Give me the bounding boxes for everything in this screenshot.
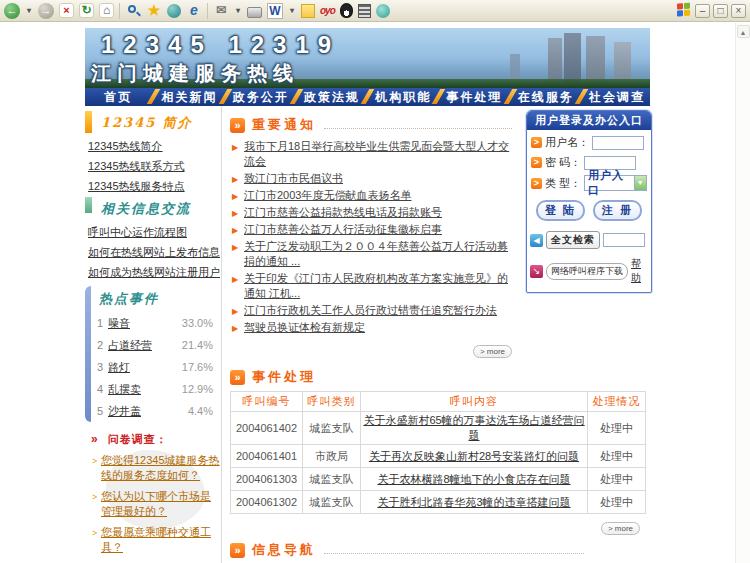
hot-event-link[interactable]: 沙井盖 xyxy=(108,400,141,422)
nav-item-events[interactable]: 事件处理 xyxy=(441,88,507,106)
sidebar-link-publish-info[interactable]: 如何在热线网站上发布信息 xyxy=(88,242,221,262)
network-call-download-button[interactable]: 网络呼叫程序下载 xyxy=(546,263,628,280)
notice-link[interactable]: ▶江门市2003年度无偿献血表扬名单 xyxy=(230,188,518,203)
nav-item-home[interactable]: 首页 xyxy=(85,88,151,106)
minimize-button[interactable]: – xyxy=(695,4,710,18)
survey-link-attitude[interactable]: > 您觉得12345城建服务热线的服务态度如何？ xyxy=(101,453,221,483)
hot-event-link[interactable]: 占道经营 xyxy=(108,334,152,356)
notice-link[interactable]: ▶我市下月18日举行高校毕业生供需见面会暨大型人才交流会 xyxy=(230,139,518,169)
nav-item-online-service[interactable]: 在线服务 xyxy=(513,88,579,106)
arrow-bullet-icon: > xyxy=(92,526,97,541)
dictionary-icon[interactable] xyxy=(358,4,371,18)
rank: 2 xyxy=(97,334,108,356)
notice-link[interactable]: ▶关于印发《江门市人民政府机构改革方案实施意见》的通知 江机... xyxy=(230,271,518,301)
notice-link[interactable]: ▶驾驶员换证体检有新规定 xyxy=(230,320,518,335)
nav-item-gov-affairs[interactable]: 政务公开 xyxy=(228,88,294,106)
back-dropdown-icon[interactable]: ▾ xyxy=(25,3,33,19)
triangle-bullet-icon: ▶ xyxy=(232,206,238,221)
username-input[interactable] xyxy=(592,136,644,150)
nav-item-functions[interactable]: 机构职能 xyxy=(370,88,436,106)
word-dropdown-icon[interactable]: ▾ xyxy=(288,3,296,19)
home-icon[interactable]: ⌂ xyxy=(99,3,114,18)
register-button[interactable]: 注 册 xyxy=(593,200,642,221)
stop-icon[interactable]: × xyxy=(59,3,74,18)
rank: 4 xyxy=(97,378,108,400)
events-more-button[interactable]: > more xyxy=(601,522,640,535)
vertical-scrollbar[interactable]: ▲ xyxy=(735,23,750,563)
nav-item-policies[interactable]: 政策法规 xyxy=(299,88,365,106)
notice-link[interactable]: ▶关于广泛发动职工为２００４年慈善公益万人行活动募捐的通知 ... xyxy=(230,239,518,269)
favorites-icon[interactable]: ★ xyxy=(146,3,162,19)
call-content-link[interactable]: 关于胜利北路春华苑3幢的违章搭建问题 xyxy=(377,496,570,508)
survey-title: » 问卷调查： xyxy=(91,432,221,447)
refresh-icon[interactable]: ↻ xyxy=(79,3,94,18)
notice-text: 关于广泛发动职工为２００４年慈善公益万人行活动募捐的通知 ... xyxy=(244,240,508,267)
close-button[interactable]: × xyxy=(731,4,746,18)
notice-link[interactable]: ▶江门市慈善公益捐款热线电话及捐款账号 xyxy=(230,205,518,220)
hot-event-row: 3 路灯 17.6% xyxy=(85,356,221,378)
password-row: > 密 码： xyxy=(527,150,651,170)
user-type-select[interactable]: 用户入口 ▼ xyxy=(584,175,647,191)
oyo-plugin-icon[interactable]: oyo xyxy=(320,3,335,19)
nav-item-survey[interactable]: 社会调查 xyxy=(584,88,650,106)
percentage: 17.6% xyxy=(182,356,221,378)
call-category: 城监支队 xyxy=(303,468,361,491)
sidebar-section-info-title: 相关信息交流 xyxy=(85,196,221,222)
notice-text: 江门市2003年度无偿献血表扬名单 xyxy=(244,189,411,201)
notes-icon[interactable] xyxy=(301,4,315,18)
call-status: 处理中 xyxy=(588,468,646,491)
city-skyline-decoration xyxy=(510,54,520,80)
triangle-bullet-icon: ▶ xyxy=(232,321,238,336)
windows-logo-icon xyxy=(677,2,692,18)
download-manager-icon[interactable] xyxy=(376,4,390,18)
infonav-title: 信息导航 xyxy=(252,541,316,559)
history-icon[interactable] xyxy=(167,4,181,18)
site-title: 江门城建服务热线 xyxy=(91,60,299,87)
sidebar-link-callcenter-flow[interactable]: 呼叫中心运作流程图 xyxy=(88,222,221,242)
col-call-content: 呼叫内容 xyxy=(361,392,588,412)
forward-icon[interactable]: → xyxy=(38,3,54,19)
notice-link[interactable]: ▶江门市行政机关工作人员行政过错责任追究暂行办法 xyxy=(230,303,518,318)
fulltext-search-button[interactable]: 全文检索 xyxy=(546,231,600,249)
col-call-category: 呼叫类别 xyxy=(303,392,361,412)
username-row: > 用户名： xyxy=(527,130,651,150)
notice-link[interactable]: ▶江门市慈善公益万人行活动征集徽标启事 xyxy=(230,222,518,237)
sidebar-link-hotline-features[interactable]: 12345热线服务特点 xyxy=(88,176,221,196)
hot-event-row: 4 乱摆卖 12.9% xyxy=(85,378,221,400)
survey-link-transport[interactable]: > 您最愿意乘哪种交通工具？ xyxy=(101,525,221,555)
back-icon[interactable]: ← xyxy=(4,3,20,19)
mail-icon[interactable]: ✉ xyxy=(213,3,229,19)
qq-messenger-icon[interactable] xyxy=(340,3,353,18)
login-button[interactable]: 登 陆 xyxy=(536,200,585,221)
survey-link-market[interactable]: > 您认为以下哪个市场是管理最好的？ xyxy=(101,489,221,519)
sidebar-link-register-user[interactable]: 如何成为热线网站注册用户 xyxy=(88,262,221,282)
main-navigation: 首页 相关新闻 政务公开 政策法规 机构职能 事件处理 在线服务 社会调查 xyxy=(85,88,650,106)
mail-dropdown-icon[interactable]: ▾ xyxy=(234,3,242,19)
sidebar: 12345 简介 12345热线简介 12345热线联系方式 12345热线服务… xyxy=(85,106,221,563)
help-link[interactable]: 帮助 xyxy=(631,257,648,285)
search-icon[interactable] xyxy=(125,3,141,19)
hot-event-link[interactable]: 乱摆卖 xyxy=(108,378,141,400)
word-edit-icon[interactable]: W xyxy=(267,3,283,19)
call-content-link[interactable]: 关于永盛新村65幢的万事达洗车场占道经营问题 xyxy=(363,414,584,441)
nav-item-news[interactable]: 相关新闻 xyxy=(156,88,222,106)
ie-icon[interactable]: e xyxy=(186,3,202,19)
site-banner-image[interactable]: 12345 12319 江门城建服务热线 xyxy=(85,28,650,88)
survey-title-text: 问卷调查： xyxy=(108,433,168,445)
restore-button[interactable]: □ xyxy=(713,4,728,18)
triangle-bullet-icon: ▶ xyxy=(232,304,238,319)
fulltext-search-input[interactable] xyxy=(603,233,645,247)
rank: 5 xyxy=(97,400,108,422)
hot-event-link[interactable]: 噪音 xyxy=(108,312,130,334)
call-content-link[interactable]: 关于再次反映象山新村28号安装路灯的问题 xyxy=(369,450,579,462)
hot-event-link[interactable]: 路灯 xyxy=(108,356,130,378)
scroll-up-icon[interactable]: ▲ xyxy=(737,25,750,38)
print-icon[interactable] xyxy=(247,7,262,18)
sidebar-link-hotline-contact[interactable]: 12345热线联系方式 xyxy=(88,156,221,176)
sidebar-link-hotline-intro[interactable]: 12345热线简介 xyxy=(88,136,221,156)
notices-more-button[interactable]: > more xyxy=(473,345,512,358)
notice-link[interactable]: ▶致江门市市民倡议书 xyxy=(230,171,518,186)
orange-arrow-icon: > xyxy=(531,178,542,189)
login-panel-title: 用户登录及办公入口 xyxy=(527,111,651,130)
call-content-link[interactable]: 关于农林横路8幢地下的小食店存在问题 xyxy=(377,473,570,485)
